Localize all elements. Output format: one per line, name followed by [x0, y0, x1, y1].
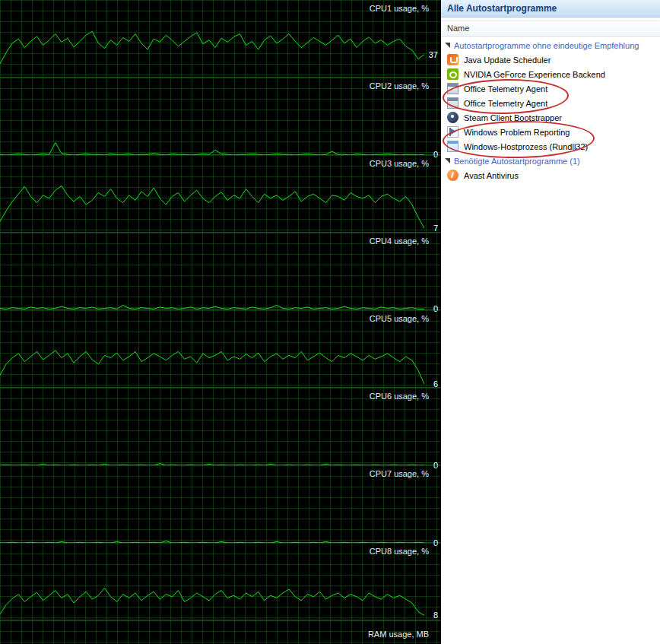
group-header[interactable]: Autostartprogramme ohne eindeutige Empfe… — [441, 38, 660, 52]
group-label: Benötigte Autostartprogramme (1) — [454, 157, 580, 166]
cpu1-panel: CPU1 usage, %37 — [0, 0, 441, 78]
cpu2-graph-line — [0, 143, 424, 155]
column-header-name[interactable]: Name — [441, 21, 660, 36]
cpu2-panel-title: CPU2 usage, % — [370, 81, 429, 90]
column-header-label: Name — [447, 24, 469, 33]
ram-panel: RAM usage, MB — [0, 620, 441, 644]
group-header[interactable]: Benötigte Autostartprogramme (1) — [441, 154, 660, 168]
cpu5-graph-line — [0, 351, 424, 384]
startup-item[interactable]: Steam Client Bootstrapper — [441, 110, 660, 125]
item-label: Office Telemetry Agent — [464, 84, 547, 94]
nvidia-icon — [447, 68, 459, 80]
cpu8-graph-line — [0, 588, 424, 615]
cpu4-panel: CPU4 usage, %0 — [0, 233, 441, 310]
cpu8-panel: CPU8 usage, %8 — [0, 543, 441, 620]
cpu8-current-value: 8 — [433, 611, 438, 620]
java-icon — [447, 54, 459, 65]
startup-item[interactable]: Windows-Hostprozess (Rundll32) — [441, 139, 660, 154]
startup-list: Autostartprogramme ohne eindeutige Empfe… — [441, 36, 660, 182]
cpu3-graph-line — [0, 186, 424, 229]
cpu1-graph-line — [0, 31, 424, 64]
panel-title: Alle Autostartprogramme — [441, 0, 660, 17]
cpu3-current-value: 7 — [433, 224, 438, 233]
item-label: Windows Problem Reporting — [464, 128, 570, 137]
cpu1-current-value: 37 — [429, 50, 438, 59]
office-icon — [447, 97, 459, 109]
cpu3-panel: CPU3 usage, %7 — [0, 155, 441, 233]
cpu6-panel-title: CPU6 usage, % — [370, 392, 429, 401]
cpu-usage-monitor: CPU1 usage, %37CPU2 usage, %0CPU3 usage,… — [0, 0, 441, 644]
cpu4-panel-title: CPU4 usage, % — [370, 236, 429, 246]
cpu1-panel-title: CPU1 usage, % — [370, 4, 429, 13]
cpu5-panel: CPU5 usage, %6 — [0, 310, 441, 388]
report-icon — [447, 126, 459, 138]
autostart-panel: Alle Autostartprogramme Name Autostartpr… — [441, 0, 660, 644]
startup-item[interactable]: Avast Antivirus — [441, 168, 660, 182]
cpu7-panel-title: CPU7 usage, % — [370, 469, 429, 478]
startup-item[interactable]: Java Update Scheduler — [441, 52, 660, 67]
item-label: NVIDIA GeForce Experience Backend — [464, 70, 605, 79]
startup-item[interactable]: Office Telemetry Agent — [441, 96, 660, 110]
item-label: Office Telemetry Agent — [464, 99, 547, 108]
item-label: Avast Antivirus — [464, 171, 519, 180]
cpu7-panel: CPU7 usage, %0 — [0, 465, 441, 543]
collapse-triangle-icon[interactable] — [445, 43, 450, 48]
cpu8-panel-title: CPU8 usage, % — [370, 547, 429, 556]
screen: CPU1 usage, %37CPU2 usage, %0CPU3 usage,… — [0, 0, 660, 644]
item-label: Windows-Hostprozess (Rundll32) — [464, 142, 588, 151]
startup-item[interactable]: Office Telemetry Agent — [441, 81, 660, 96]
cpu4-graph-line — [0, 305, 424, 309]
group-label: Autostartprogramme ohne eindeutige Empfe… — [454, 41, 639, 50]
item-label: Java Update Scheduler — [464, 56, 551, 65]
cpu3-panel-title: CPU3 usage, % — [370, 159, 429, 168]
collapse-triangle-icon[interactable] — [445, 158, 450, 163]
startup-item[interactable]: Windows Problem Reporting — [441, 125, 660, 139]
cpu2-panel: CPU2 usage, %0 — [0, 78, 441, 155]
rundll-icon — [447, 141, 459, 152]
cpu5-panel-title: CPU5 usage, % — [370, 314, 429, 323]
avast-icon — [447, 170, 459, 181]
startup-item[interactable]: NVIDIA GeForce Experience Backend — [441, 67, 660, 81]
steam-icon — [447, 112, 459, 123]
cpu6-panel: CPU6 usage, %0 — [0, 388, 441, 465]
office-icon — [447, 83, 459, 94]
item-label: Steam Client Bootstrapper — [464, 113, 562, 122]
